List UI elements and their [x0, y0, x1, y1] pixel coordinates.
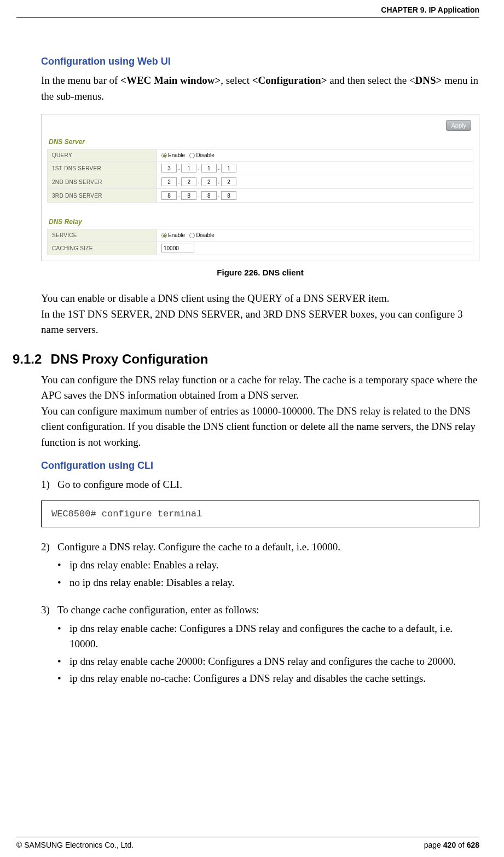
bullet-icon: • [57, 557, 69, 573]
page-number: page 420 of 628 [424, 841, 479, 849]
web-ui-heading: Configuration using Web UI [41, 56, 479, 67]
ip-octet-input[interactable]: 2 [181, 177, 196, 186]
caching-size-input[interactable]: 10000 [161, 244, 194, 252]
ip-octet-input[interactable]: 8 [181, 191, 196, 200]
intro-paragraph: In the menu bar of <WEC Main window>, se… [41, 73, 479, 104]
bullet-icon: • [57, 621, 69, 652]
proxy-para1: You can configure the DNS relay function… [41, 372, 479, 404]
page-footer: © SAMSUNG Electronics Co., Ltd. page 420… [16, 837, 479, 849]
ip-octet-input[interactable]: 1 [181, 164, 196, 172]
dns-relay-section-label: DNS Relay [49, 218, 473, 227]
dns-server-section-label: DNS Server [49, 138, 473, 147]
radio-enable-icon[interactable] [161, 233, 167, 238]
list-item: •ip dns relay enable cache 20000: Config… [57, 654, 479, 670]
ip-octet-input[interactable]: 8 [221, 191, 236, 200]
radio-disable-icon[interactable] [189, 153, 195, 158]
ip-octet-input[interactable]: 8 [201, 191, 217, 200]
table-row: CACHING SIZE 10000 [48, 241, 473, 255]
ip-octet-input[interactable]: 1 [201, 164, 217, 172]
cli-step-1: 1) Go to configure mode of CLI. [41, 477, 479, 493]
cli-step-2: 2) Configure a DNS relay. Configure the … [41, 539, 479, 555]
ip-octet-input[interactable]: 2 [221, 177, 236, 186]
table-row: 1ST DNS SERVER 3 . 1 . 1 . 1 [48, 162, 473, 175]
query-explain: You can enable or disable a DNS client u… [41, 291, 479, 307]
cli-heading: Configuration using CLI [41, 460, 479, 471]
dns-config-screenshot: Apply DNS Server QUERY Enable Disable 1S… [41, 114, 479, 261]
cli-step-3: 3) To change cache configuration, enter … [41, 602, 479, 618]
table-row: SERVICE Enable Disable [48, 229, 473, 241]
cli-code-block: WEC8500# configure terminal [41, 501, 479, 527]
ip-octet-input[interactable]: 3 [161, 164, 177, 172]
copyright: © SAMSUNG Electronics Co., Ltd. [16, 841, 134, 849]
page-header: CHAPTER 9. IP Application [16, 5, 479, 18]
table-row: 3RD DNS SERVER 8 . 8 . 8 . 8 [48, 189, 473, 203]
ip-octet-input[interactable]: 2 [201, 177, 217, 186]
servers-explain: In the 1ST DNS SERVER, 2ND DNS SERVER, a… [41, 307, 479, 338]
list-item: •no ip dns relay enable: Disables a rela… [57, 575, 479, 591]
bullet-icon: • [57, 575, 69, 591]
section-number: 9.1.2 [13, 352, 42, 367]
bullet-icon: • [57, 654, 69, 670]
radio-disable-icon[interactable] [189, 233, 195, 238]
radio-enable-icon[interactable] [161, 153, 167, 158]
apply-button[interactable]: Apply [446, 120, 471, 131]
ip-octet-input[interactable]: 1 [221, 164, 236, 172]
list-item: •ip dns relay enable no-cache: Configure… [57, 671, 479, 687]
dns-proxy-heading: 9.1.2DNS Proxy Configuration [13, 352, 479, 367]
query-label: QUERY [48, 149, 157, 162]
section-title: DNS Proxy Configuration [50, 352, 208, 366]
dns-relay-table: SERVICE Enable Disable CACHING SIZE 1000… [47, 229, 473, 255]
figure-caption: Figure 226. DNS client [41, 268, 479, 277]
table-row: 2ND DNS SERVER 2 . 2 . 2 . 2 [48, 175, 473, 189]
chapter-label: CHAPTER 9. IP Application [381, 5, 479, 14]
list-item: •ip dns relay enable cache: Configures a… [57, 621, 479, 652]
proxy-para2: You can configure maximum number of entr… [41, 404, 479, 451]
dns-server-table: QUERY Enable Disable 1ST DNS SERVER 3 . … [47, 149, 473, 203]
dns3-label: 3RD DNS SERVER [48, 189, 157, 203]
dns2-label: 2ND DNS SERVER [48, 175, 157, 189]
service-label: SERVICE [48, 229, 157, 241]
table-row: QUERY Enable Disable [48, 149, 473, 162]
ip-octet-input[interactable]: 2 [161, 177, 177, 186]
caching-label: CACHING SIZE [48, 241, 157, 255]
ip-octet-input[interactable]: 8 [161, 191, 177, 200]
list-item: •ip dns relay enable: Enables a relay. [57, 557, 479, 573]
dns1-label: 1ST DNS SERVER [48, 162, 157, 175]
bullet-icon: • [57, 671, 69, 687]
